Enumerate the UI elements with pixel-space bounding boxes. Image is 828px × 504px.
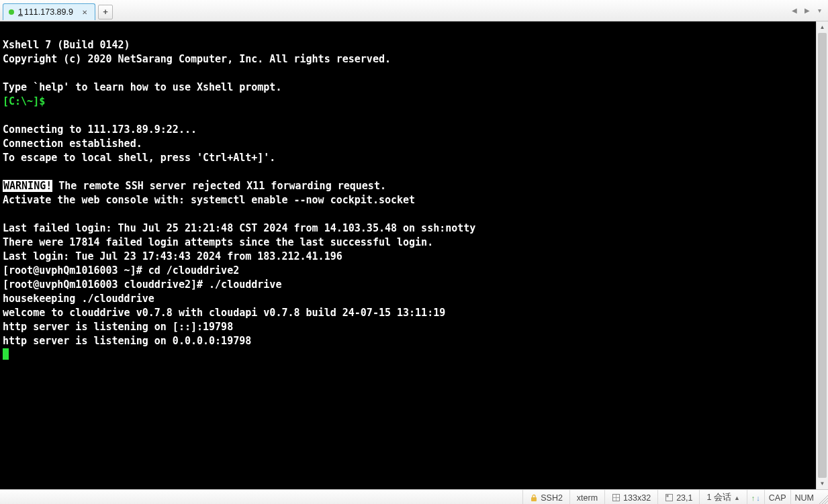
scroll-up-button[interactable]: ▲ [817,21,828,33]
terminal-line: http server is listening on [::]:19798 [3,321,233,333]
terminal-line: Activate the web console with: systemctl… [3,194,415,206]
close-tab-icon[interactable]: ✕ [80,7,89,17]
svg-rect-3 [667,495,669,497]
terminal-line: To escape to local shell, press 'Ctrl+Al… [3,152,275,164]
terminal-line: The remote SSH server rejected X11 forwa… [52,180,386,192]
session-tab[interactable]: 1111.173.89.9 ✕ [3,3,95,20]
status-protocol: SSH2 [522,490,569,504]
terminal-cursor [3,348,9,360]
download-arrow-icon: ↓ [756,494,760,502]
add-tab-button[interactable]: + [98,5,113,19]
terminal-line: Type `help' to learn how to use Xshell p… [3,81,281,93]
status-transfer: ↑ ↓ [747,490,764,504]
terminal-scrollbar[interactable]: ▲ ▼ [816,21,828,489]
scroll-thumb[interactable] [818,33,827,478]
resize-grip-icon[interactable] [818,490,828,504]
terminal-line: http server is listening on 0.0.0.0:1979… [3,335,251,347]
terminal[interactable]: Xshell 7 (Build 0142) Copyright (c) 2020… [0,21,816,489]
terminal-line: Last login: Tue Jul 23 17:43:43 2024 fro… [3,250,342,262]
position-icon [665,493,674,502]
warning-label: WARNING! [3,180,52,192]
status-session-count[interactable]: 1 会话 ▲ [699,490,746,504]
tab-label: 1111.173.89.9 [18,7,73,17]
terminal-line: Connecting to 111.173.89.9:22... [3,123,197,136]
svg-rect-0 [531,497,537,501]
status-term: xterm [569,490,604,504]
scroll-down-button[interactable]: ▼ [817,478,828,489]
status-cursor-pos: 23,1 [657,490,699,504]
terminal-line: There were 17814 failed login attempts s… [3,236,433,248]
terminal-line: welcome to clouddrive v0.7.8 with clouda… [3,307,445,319]
status-size: 133x32 [604,490,657,504]
terminal-line: [root@uvphQm1016003 clouddrive2]# ./clou… [3,279,281,291]
terminal-line: Last failed login: Thu Jul 25 21:21:48 C… [3,222,475,234]
terminal-line: housekeeping ./clouddrive [3,293,154,305]
terminal-line: [root@uvphQm1016003 ~]# cd /clouddrive2 [3,264,239,276]
status-bar: SSH2 xterm 133x32 23,1 1 会话 ▲ ↑ ↓ CAP NU… [0,489,828,504]
status-num: NUM [790,490,818,504]
scroll-track[interactable] [817,33,828,478]
tab-bar: 1111.173.89.9 ✕ + ◀ ▶ ▾ [0,0,828,21]
terminal-area: Xshell 7 (Build 0142) Copyright (c) 2020… [0,21,828,489]
tab-prev-button[interactable]: ◀ [788,4,800,16]
chevron-up-icon: ▲ [734,495,740,501]
status-cap: CAP [764,490,790,504]
tab-menu-button[interactable]: ▾ [814,4,825,16]
local-prompt: [C:\~]$ [3,95,45,107]
status-dot-icon [9,9,14,15]
terminal-line: Copyright (c) 2020 NetSarang Computer, I… [3,53,391,65]
tab-next-button[interactable]: ▶ [801,4,813,16]
terminal-line: Connection established. [3,138,142,150]
terminal-line: Xshell 7 (Build 0142) [3,39,130,51]
upload-arrow-icon: ↑ [751,494,755,502]
lock-icon [530,494,538,502]
size-icon [612,493,620,502]
